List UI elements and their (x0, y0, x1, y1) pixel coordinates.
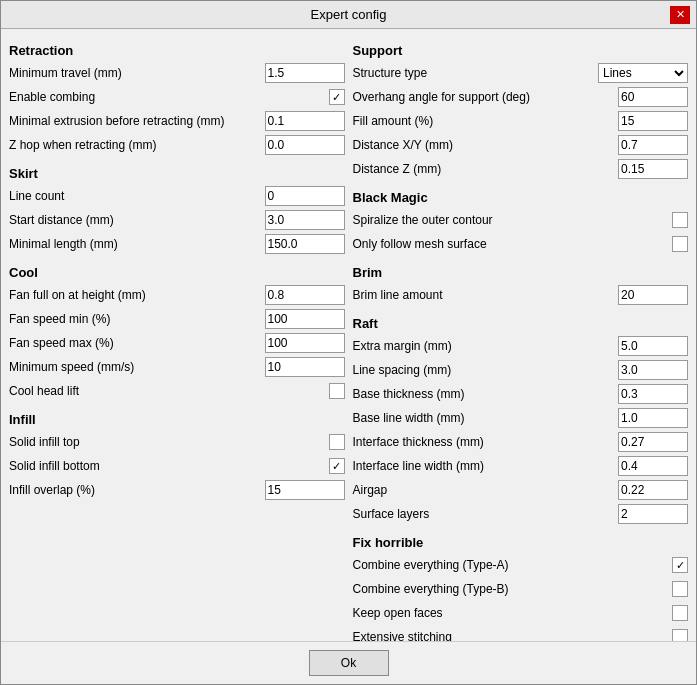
form-row: Airgap (353, 479, 689, 501)
interface-line-width-input[interactable] (618, 456, 688, 476)
infill-header: Infill (9, 412, 345, 427)
keep-open-faces-checkbox[interactable] (672, 605, 688, 621)
base-thickness-label: Base thickness (mm) (353, 387, 619, 401)
title-bar: Expert config ✕ (1, 1, 696, 29)
overhang-angle-label: Overhang angle for support (deg) (353, 90, 619, 104)
form-row: Overhang angle for support (deg) (353, 86, 689, 108)
overhang-angle-input[interactable] (618, 87, 688, 107)
structure-type-label: Structure type (353, 66, 599, 80)
min-speed-input[interactable] (265, 357, 345, 377)
form-row: Fill amount (%) (353, 110, 689, 132)
cool-head-lift-checkbox[interactable] (329, 383, 345, 399)
line-spacing-input[interactable] (618, 360, 688, 380)
distance-xy-input[interactable] (618, 135, 688, 155)
form-row: Distance Z (mm) (353, 158, 689, 180)
form-row: Base line width (mm) (353, 407, 689, 429)
airgap-label: Airgap (353, 483, 619, 497)
left-column: Retraction Minimum travel (mm) Enable co… (9, 37, 345, 633)
solid-infill-top-checkbox[interactable] (329, 434, 345, 450)
retraction-header: Retraction (9, 43, 345, 58)
interface-thickness-label: Interface thickness (mm) (353, 435, 619, 449)
z-hop-label: Z hop when retracting (mm) (9, 138, 265, 152)
only-follow-checkbox[interactable] (672, 236, 688, 252)
z-hop-input[interactable] (265, 135, 345, 155)
enable-combing-checkbox[interactable]: ✓ (329, 89, 345, 105)
fan-full-label: Fan full on at height (mm) (9, 288, 265, 302)
surface-layers-label: Surface layers (353, 507, 619, 521)
minimal-extrusion-label: Minimal extrusion before retracting (mm) (9, 114, 265, 128)
form-row: Infill overlap (%) (9, 479, 345, 501)
distance-z-label: Distance Z (mm) (353, 162, 619, 176)
fan-full-input[interactable] (265, 285, 345, 305)
extra-margin-input[interactable] (618, 336, 688, 356)
fill-amount-label: Fill amount (%) (353, 114, 619, 128)
minimal-extrusion-input[interactable] (265, 111, 345, 131)
combine-type-a-checkbox[interactable]: ✓ (672, 557, 688, 573)
start-distance-input[interactable] (265, 210, 345, 230)
min-speed-label: Minimum speed (mm/s) (9, 360, 265, 374)
fill-amount-input[interactable] (618, 111, 688, 131)
extensive-stitching-checkbox[interactable] (672, 629, 688, 641)
form-row: Only follow mesh surface (353, 233, 689, 255)
form-row: Fan speed max (%) (9, 332, 345, 354)
solid-infill-bottom-label: Solid infill bottom (9, 459, 329, 473)
airgap-input[interactable] (618, 480, 688, 500)
main-content: Retraction Minimum travel (mm) Enable co… (1, 29, 696, 641)
spiralize-checkbox[interactable] (672, 212, 688, 228)
minimal-length-input[interactable] (265, 234, 345, 254)
form-row: Solid infill bottom ✓ (9, 455, 345, 477)
form-row: Distance X/Y (mm) (353, 134, 689, 156)
line-spacing-label: Line spacing (mm) (353, 363, 619, 377)
minimum-travel-input[interactable] (265, 63, 345, 83)
keep-open-faces-label: Keep open faces (353, 606, 673, 620)
window-title: Expert config (27, 7, 670, 22)
distance-xy-label: Distance X/Y (mm) (353, 138, 619, 152)
raft-header: Raft (353, 316, 689, 331)
footer: Ok (1, 641, 696, 684)
structure-type-select[interactable]: Lines Grid None (598, 63, 688, 83)
base-line-width-input[interactable] (618, 408, 688, 428)
base-thickness-input[interactable] (618, 384, 688, 404)
form-row: Structure type Lines Grid None (353, 62, 689, 84)
form-row: Keep open faces (353, 602, 689, 624)
fix-horrible-header: Fix horrible (353, 535, 689, 550)
form-row: Extensive stitching (353, 626, 689, 641)
form-row: Line count (9, 185, 345, 207)
close-button[interactable]: ✕ (670, 6, 690, 24)
form-row: Enable combing ✓ (9, 86, 345, 108)
infill-overlap-input[interactable] (265, 480, 345, 500)
form-row: Minimal extrusion before retracting (mm) (9, 110, 345, 132)
solid-infill-top-label: Solid infill top (9, 435, 329, 449)
form-row: Z hop when retracting (mm) (9, 134, 345, 156)
form-row: Surface layers (353, 503, 689, 525)
form-row: Solid infill top (9, 431, 345, 453)
combine-type-b-checkbox[interactable] (672, 581, 688, 597)
right-column: Support Structure type Lines Grid None O… (353, 37, 689, 633)
cool-header: Cool (9, 265, 345, 280)
enable-combing-label: Enable combing (9, 90, 329, 104)
solid-infill-bottom-checkbox[interactable]: ✓ (329, 458, 345, 474)
form-row: Interface line width (mm) (353, 455, 689, 477)
fan-speed-min-input[interactable] (265, 309, 345, 329)
form-row: Start distance (mm) (9, 209, 345, 231)
brim-line-amount-input[interactable] (618, 285, 688, 305)
form-row: Base thickness (mm) (353, 383, 689, 405)
support-header: Support (353, 43, 689, 58)
line-count-label: Line count (9, 189, 265, 203)
line-count-input[interactable] (265, 186, 345, 206)
form-row: Brim line amount (353, 284, 689, 306)
form-row: Spiralize the outer contour (353, 209, 689, 231)
ok-button[interactable]: Ok (309, 650, 389, 676)
brim-line-amount-label: Brim line amount (353, 288, 619, 302)
form-row: Line spacing (mm) (353, 359, 689, 381)
form-row: Fan full on at height (mm) (9, 284, 345, 306)
interface-thickness-input[interactable] (618, 432, 688, 452)
infill-overlap-label: Infill overlap (%) (9, 483, 265, 497)
distance-z-input[interactable] (618, 159, 688, 179)
form-row: Interface thickness (mm) (353, 431, 689, 453)
surface-layers-input[interactable] (618, 504, 688, 524)
cool-head-lift-label: Cool head lift (9, 384, 329, 398)
brim-header: Brim (353, 265, 689, 280)
form-row: Combine everything (Type-A) ✓ (353, 554, 689, 576)
fan-speed-max-input[interactable] (265, 333, 345, 353)
